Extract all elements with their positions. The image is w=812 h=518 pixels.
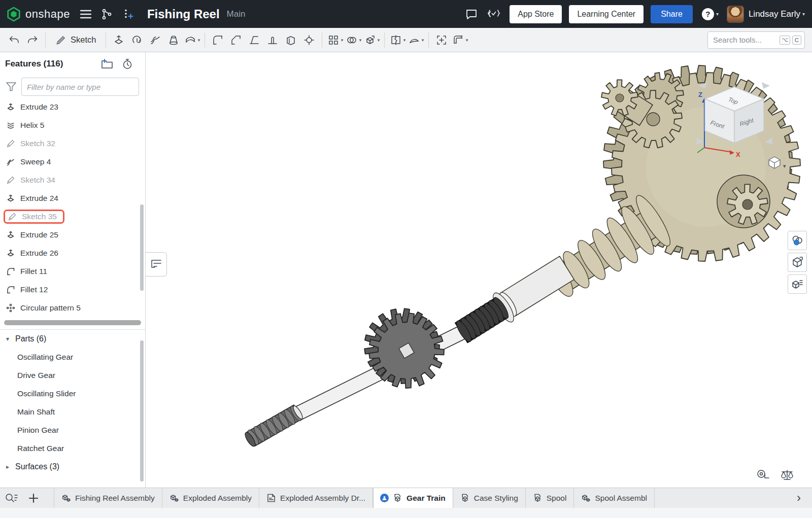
feature-item-inner: Sketch 34 [6, 176, 55, 185]
gear-train-model-canvas[interactable]: ZXTopFrontRight▾ [146, 52, 812, 488]
chevron-down-icon[interactable]: ▾ [403, 38, 406, 43]
dots-plus-icon [122, 8, 134, 20]
rollback-bar[interactable] [4, 320, 141, 325]
extrude-button[interactable] [110, 31, 128, 49]
feature-item-sweep-4[interactable]: Sweep 4 [0, 153, 145, 171]
tab-exploded-assembly[interactable]: Exploded Assembly [162, 488, 259, 508]
tab-spool-assembl[interactable]: Spool Assembl [574, 488, 655, 508]
sketch-icon [8, 212, 17, 221]
search-tools-input[interactable] [713, 36, 777, 44]
comments-button[interactable] [464, 7, 479, 22]
workspace-name[interactable]: Main [227, 9, 246, 19]
add-tab-button[interactable] [22, 488, 45, 508]
part-item-pinion-gear[interactable]: Pinion Gear [0, 421, 145, 439]
sweep-button[interactable] [146, 31, 164, 49]
sketch-button[interactable]: Sketch [49, 31, 102, 49]
feature-item-extrude-24[interactable]: Extrude 24 [0, 189, 145, 208]
drawing-tab-icon [266, 493, 276, 503]
hole-button[interactable] [300, 31, 318, 49]
tab-case-styling[interactable]: Case Styling [453, 488, 526, 508]
user-menu[interactable]: Lindsay Early [749, 9, 800, 19]
feature-item-label: Extrude 24 [20, 194, 58, 203]
chevron-down-icon[interactable]: ▾ [359, 38, 362, 43]
named-views-button[interactable] [788, 253, 807, 272]
fillet-button[interactable] [209, 31, 227, 49]
shell-button[interactable] [282, 31, 300, 49]
feature-item-helix-5[interactable]: Helix 5 [0, 116, 145, 134]
surfaces-section-header[interactable]: ▸ Surfaces (3) [0, 458, 145, 476]
chevron-down-icon[interactable]: ▾ [802, 11, 805, 17]
rib-button[interactable] [263, 31, 282, 49]
chevron-down-icon[interactable]: ▾ [466, 38, 468, 43]
main-menu-button[interactable] [78, 7, 93, 22]
chevron-down-icon[interactable]: ▾ [341, 38, 344, 43]
parts-section-header[interactable]: ▾ Parts (6) [0, 330, 145, 348]
tab-exploded-assembly-dr[interactable]: Exploded Assembly Dr... [259, 488, 373, 508]
sheet-metal-button[interactable]: ▾ [451, 31, 469, 49]
measure-tool-button[interactable] [755, 468, 770, 481]
part-item-main-shaft[interactable]: Main Shaft [0, 403, 145, 421]
view-cube[interactable] [705, 87, 764, 143]
toolbar-divider [45, 32, 46, 48]
feature-item-fillet-11[interactable]: Fillet 11 [0, 262, 145, 281]
exploded-views-button[interactable] [788, 274, 807, 294]
feature-item-extrude-25[interactable]: Extrude 25 [0, 226, 145, 244]
undo-button[interactable] [5, 31, 23, 49]
share-button[interactable]: Share [651, 5, 693, 23]
linear-pattern-button[interactable]: ▾ [326, 31, 344, 49]
tab-manager-button[interactable] [0, 488, 22, 508]
extrude-icon [6, 102, 15, 112]
tab-gear-train[interactable]: Gear Train [373, 488, 453, 508]
tab-spool[interactable]: Spool [526, 488, 574, 508]
features-vertical-scrollbar[interactable] [140, 204, 144, 291]
versions-graph-button[interactable] [99, 7, 115, 22]
extrude-icon [6, 194, 15, 203]
loft-button[interactable] [164, 31, 183, 49]
features-panel-toggle-button[interactable] [146, 252, 167, 277]
feature-filter-input[interactable] [21, 78, 139, 96]
app-store-button[interactable]: App Store [510, 5, 562, 23]
onshape-logo[interactable]: onshape [6, 7, 70, 22]
tab-fishing-reel-assembly[interactable]: Fishing Reel Assembly [54, 488, 162, 508]
new-folder-button[interactable] [100, 57, 114, 71]
folder-plus-icon [101, 59, 113, 69]
part-item-oscillating-slider[interactable]: Oscillating Slider [0, 385, 145, 403]
feature-item-extrude-23[interactable]: Extrude 23 [0, 98, 145, 116]
create-version-button[interactable] [121, 7, 136, 22]
chamfer-button[interactable] [227, 31, 245, 49]
chevron-down-icon[interactable]: ▾ [378, 38, 380, 43]
boolean-button[interactable]: ▾ [344, 31, 362, 49]
view-options-button[interactable] [769, 157, 780, 168]
split-button[interactable]: ▾ [388, 31, 407, 49]
revolve-button[interactable] [128, 31, 146, 49]
mate-connector-button[interactable] [432, 31, 451, 49]
feature-item-circular-pattern-5[interactable]: Circular pattern 5 [0, 299, 145, 317]
chevron-down-icon[interactable]: ▾ [198, 38, 200, 43]
mass-properties-button[interactable] [780, 468, 795, 481]
transform-button[interactable]: ▾ [362, 31, 381, 49]
featurescript-notices-button[interactable] [486, 7, 501, 22]
model-viewport[interactable]: ZXTopFrontRight▾ [146, 52, 812, 488]
learning-center-button[interactable]: Learning Center [569, 5, 644, 23]
tab-scroll-right-button[interactable]: › [789, 488, 809, 508]
feature-item-extrude-26[interactable]: Extrude 26 [0, 244, 145, 262]
chevron-down-icon[interactable]: ▾ [422, 38, 424, 43]
feature-item-sketch-32[interactable]: Sketch 32 [0, 134, 145, 153]
redo-button[interactable] [23, 31, 42, 49]
feature-item-fillet-12[interactable]: Fillet 12 [0, 281, 145, 299]
surface-button[interactable]: ▾ [407, 31, 425, 49]
draft-button[interactable] [245, 31, 263, 49]
chevron-right-icon: ▸ [4, 463, 11, 470]
feature-item-sketch-34[interactable]: Sketch 34 [0, 171, 145, 189]
part-item-oscillating-gear[interactable]: Oscillating Gear [0, 348, 145, 366]
feature-item-sketch-35[interactable]: Sketch 35 [0, 208, 145, 226]
parts-vertical-scrollbar[interactable] [140, 340, 144, 481]
appearances-panel-button[interactable] [788, 231, 807, 250]
part-item-drive-gear[interactable]: Drive Gear [0, 366, 145, 385]
rollback-history-button[interactable] [121, 57, 134, 71]
help-menu-button[interactable]: ? ▾ [702, 8, 719, 20]
user-avatar[interactable] [727, 6, 744, 23]
part-item-ratchet-gear[interactable]: Ratchet Gear [0, 439, 145, 458]
feature-item-label: Sweep 4 [20, 157, 51, 166]
thicken-button[interactable]: ▾ [183, 31, 201, 49]
